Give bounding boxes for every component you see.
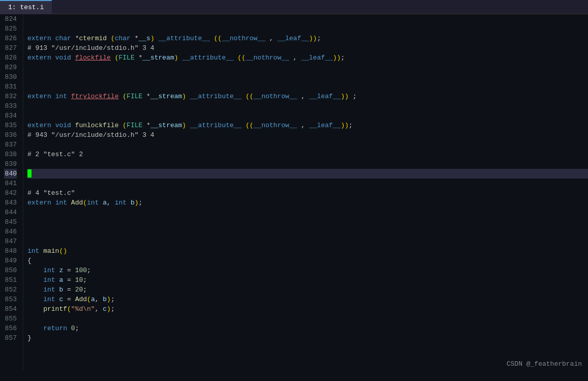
code-line: # 943 "/usr/include/stdio.h" 3 4: [27, 130, 588, 140]
line-number: 846: [4, 227, 17, 237]
code-line: [27, 72, 588, 82]
line-number: 857: [4, 333, 17, 343]
line-number: 831: [4, 82, 17, 92]
editor-container: 1: test.i 824825826827828829830831832833…: [0, 0, 588, 381]
code-line: [27, 314, 588, 324]
line-number: 829: [4, 63, 17, 72]
line-number: 840: [4, 169, 17, 179]
line-number: 854: [4, 304, 17, 314]
code-line: extern int Add(int a, int b);: [27, 198, 588, 208]
code-line: int b = 20;: [27, 285, 588, 295]
line-number: 848: [4, 246, 17, 256]
line-number: 856: [4, 324, 17, 333]
code-line: int z = 100;: [27, 266, 588, 275]
tab-bar: 1: test.i: [0, 0, 588, 14]
line-numbers: 8248258268278288298308318328338348358368…: [0, 14, 23, 370]
line-number: 832: [4, 92, 17, 101]
line-number: 838: [4, 150, 17, 159]
code-line: [27, 159, 588, 169]
code-line: # 913 "/usr/include/stdio.h" 3 4: [27, 43, 588, 53]
code-line: extern char *ctermid (char *__s) __attri…: [27, 34, 588, 43]
code-line: [27, 217, 588, 227]
code-line: [27, 140, 588, 150]
code-line: [27, 14, 588, 24]
line-number: 853: [4, 295, 17, 304]
line-number: 825: [4, 24, 17, 34]
code-line: }: [27, 333, 588, 343]
code-line: # 2 "test.c" 2: [27, 150, 588, 159]
code-line: [27, 82, 588, 92]
code-line: [27, 24, 588, 34]
code-line: [27, 169, 588, 179]
cursor-block: [27, 169, 32, 178]
code-line: extern void flockfile (FILE *__stream) _…: [27, 53, 588, 63]
line-number: 830: [4, 72, 17, 82]
line-number: 850: [4, 266, 17, 275]
code-line: [27, 63, 588, 72]
tab-label: 1: test.i: [8, 4, 44, 11]
line-number: 837: [4, 140, 17, 150]
line-number: 847: [4, 237, 17, 246]
line-number: 849: [4, 256, 17, 266]
line-number: 828: [4, 53, 17, 63]
code-line: [27, 111, 588, 121]
watermark: CSDN @_featherbrain: [507, 360, 582, 368]
active-tab[interactable]: 1: test.i: [0, 0, 52, 14]
code-area: 8248258268278288298308318328338348358368…: [0, 14, 588, 370]
code-line: return 0;: [27, 324, 588, 333]
line-number: 836: [4, 130, 17, 140]
line-number: 834: [4, 111, 17, 121]
code-line: [27, 179, 588, 188]
code-line: {: [27, 256, 588, 266]
code-line: [27, 237, 588, 246]
line-number: 839: [4, 159, 17, 169]
line-number: 826: [4, 34, 17, 43]
line-number: 842: [4, 188, 17, 198]
line-number: 845: [4, 217, 17, 227]
line-number: 852: [4, 285, 17, 295]
code-line: int c = Add(a, b);: [27, 295, 588, 304]
line-number: 851: [4, 275, 17, 285]
line-number: 835: [4, 121, 17, 130]
code-line: [27, 101, 588, 111]
line-number: 855: [4, 314, 17, 324]
line-number: 833: [4, 101, 17, 111]
line-number: 844: [4, 208, 17, 217]
code-line: # 4 "test.c": [27, 188, 588, 198]
code-line: [27, 227, 588, 237]
line-number: 841: [4, 179, 17, 188]
code-line: int main(): [27, 246, 588, 256]
code-line: extern void funlockfile (FILE *__stream)…: [27, 121, 588, 130]
line-number: 827: [4, 43, 17, 53]
code-line: int a = 10;: [27, 275, 588, 285]
line-number: 843: [4, 198, 17, 208]
line-number: 824: [4, 14, 17, 24]
code-line: extern int ftrylockfile (FILE *__stream)…: [27, 92, 588, 101]
code-content[interactable]: extern char *ctermid (char *__s) __attri…: [23, 14, 588, 370]
code-line: [27, 208, 588, 217]
code-line: printf("%d\n", c);: [27, 304, 588, 314]
